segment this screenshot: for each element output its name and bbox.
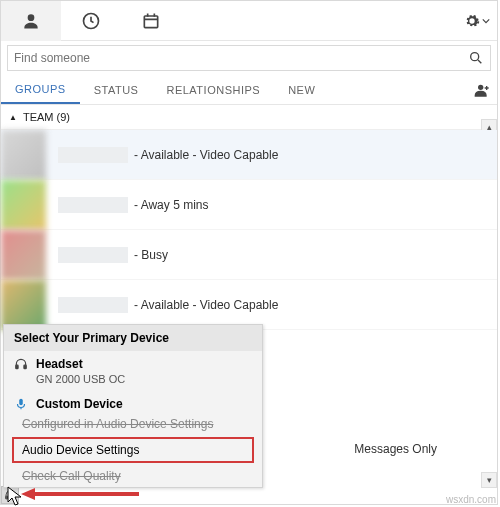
avatar bbox=[1, 230, 46, 280]
popup-custom-sub: Configured in Audio Device Settings bbox=[4, 413, 262, 435]
popup-custom-option[interactable]: Custom Device bbox=[4, 391, 262, 413]
history-tab[interactable] bbox=[61, 1, 121, 41]
svg-marker-11 bbox=[21, 488, 35, 500]
contact-name-redacted bbox=[58, 247, 128, 263]
popup-headset-option[interactable]: Headset bbox=[4, 351, 262, 373]
avatar bbox=[1, 180, 46, 230]
contact-name-redacted bbox=[58, 297, 128, 313]
contact-list: - Available - Video Capable - Away 5 min… bbox=[1, 130, 497, 330]
clock-icon bbox=[81, 11, 101, 31]
popup-audio-device-settings[interactable]: Audio Device Settings bbox=[12, 437, 254, 463]
svg-point-4 bbox=[478, 84, 483, 89]
search-icon[interactable] bbox=[468, 50, 484, 66]
contact-row[interactable]: - Available - Video Capable bbox=[1, 130, 497, 180]
add-contact-button[interactable] bbox=[467, 82, 497, 98]
contact-row[interactable]: - Busy bbox=[1, 230, 497, 280]
svg-point-3 bbox=[471, 53, 479, 61]
search-input[interactable] bbox=[14, 51, 468, 65]
popup-custom-label: Custom Device bbox=[36, 397, 123, 411]
svg-rect-5 bbox=[16, 365, 18, 369]
contact-name-redacted bbox=[58, 197, 128, 213]
scrollbar-down-button[interactable]: ▾ bbox=[481, 472, 497, 488]
avatar bbox=[1, 280, 46, 330]
popup-title: Select Your Primary Device bbox=[4, 325, 262, 351]
popup-check-call-quality[interactable]: Check Call Quality bbox=[4, 465, 262, 487]
contacts-tab[interactable] bbox=[1, 1, 61, 41]
add-person-icon bbox=[474, 82, 490, 98]
svg-rect-6 bbox=[24, 365, 26, 369]
settings-menu-button[interactable] bbox=[457, 13, 497, 29]
avatar bbox=[1, 130, 46, 180]
tab-new[interactable]: NEW bbox=[274, 75, 329, 104]
audio-device-popup: Select Your Primary Device Headset GN 20… bbox=[3, 324, 263, 488]
search-row bbox=[1, 41, 497, 75]
contact-row[interactable]: - Available - Video Capable bbox=[1, 280, 497, 330]
calendar-tab[interactable] bbox=[121, 1, 181, 41]
nav-tabs: GROUPS STATUS RELATIONSHIPS NEW bbox=[1, 75, 497, 105]
contact-row[interactable]: - Away 5 mins bbox=[1, 180, 497, 230]
collapse-triangle-icon: ▲ bbox=[9, 113, 17, 122]
section-team-label: TEAM (9) bbox=[23, 111, 70, 123]
svg-rect-7 bbox=[19, 399, 23, 405]
annotation-arrow-icon bbox=[21, 486, 141, 502]
tab-status[interactable]: STATUS bbox=[80, 75, 153, 104]
contact-status: - Busy bbox=[134, 248, 168, 262]
top-toolbar bbox=[1, 1, 497, 41]
watermark: wsxdn.com bbox=[446, 494, 496, 505]
tab-relationships[interactable]: RELATIONSHIPS bbox=[152, 75, 274, 104]
headset-icon bbox=[14, 357, 28, 371]
section-team-header[interactable]: ▲ TEAM (9) bbox=[1, 105, 497, 130]
microphone-icon bbox=[14, 397, 28, 411]
contact-status: - Available - Video Capable bbox=[134, 148, 278, 162]
contact-status: - Away 5 mins bbox=[134, 198, 208, 212]
contact-status: - Available - Video Capable bbox=[134, 298, 278, 312]
contact-name-redacted bbox=[58, 147, 128, 163]
search-box[interactable] bbox=[7, 45, 491, 71]
popup-headset-label: Headset bbox=[36, 357, 83, 371]
calendar-icon bbox=[141, 11, 161, 31]
gear-icon bbox=[464, 13, 480, 29]
app-window: GROUPS STATUS RELATIONSHIPS NEW ▲ TEAM (… bbox=[0, 0, 498, 505]
person-icon bbox=[21, 11, 41, 31]
messages-only-label: Messages Only bbox=[354, 442, 437, 456]
popup-headset-sub: GN 2000 USB OC bbox=[4, 373, 262, 391]
svg-rect-2 bbox=[144, 16, 157, 28]
svg-point-0 bbox=[28, 14, 35, 21]
chevron-down-icon bbox=[482, 17, 490, 25]
cursor-icon bbox=[7, 486, 23, 506]
tab-groups[interactable]: GROUPS bbox=[1, 75, 80, 104]
